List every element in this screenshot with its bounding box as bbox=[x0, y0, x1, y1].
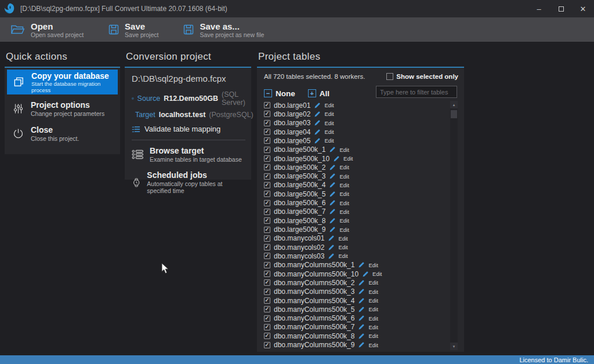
table-checkbox[interactable]: ✓ bbox=[264, 262, 270, 268]
edit-pencil-icon[interactable] bbox=[358, 323, 365, 330]
scheduled-jobs-button[interactable]: Scheduled jobs Automatically copy tables… bbox=[132, 170, 245, 194]
edit-pencil-icon[interactable] bbox=[333, 155, 340, 162]
scrollbar-up-icon[interactable]: ▲ bbox=[450, 101, 458, 108]
edit-pencil-icon[interactable] bbox=[329, 173, 336, 180]
minimize-icon[interactable]: – bbox=[528, 0, 550, 17]
edit-pencil-icon[interactable] bbox=[329, 181, 336, 188]
close-project-button[interactable]: Close Close this project. bbox=[7, 119, 118, 144]
scrollbar-down-icon[interactable]: ▼ bbox=[450, 343, 458, 350]
edit-pencil-icon[interactable] bbox=[328, 235, 335, 242]
table-checkbox[interactable]: ✓ bbox=[264, 244, 270, 250]
edit-link-label[interactable]: Edit bbox=[324, 111, 334, 117]
edit-pencil-icon[interactable] bbox=[358, 306, 365, 313]
edit-link-label[interactable]: Edit bbox=[339, 173, 349, 180]
edit-link-label[interactable]: Edit bbox=[324, 129, 334, 135]
table-checkbox[interactable]: ✓ bbox=[264, 200, 270, 206]
select-all-button[interactable]: + All bbox=[308, 89, 329, 98]
edit-pencil-icon[interactable] bbox=[314, 119, 321, 126]
filter-tables-input[interactable] bbox=[376, 86, 457, 98]
table-checkbox[interactable]: ✓ bbox=[264, 297, 270, 304]
edit-pencil-icon[interactable] bbox=[358, 333, 365, 340]
table-checkbox[interactable]: ✓ bbox=[264, 217, 270, 224]
table-checkbox[interactable]: ✓ bbox=[264, 120, 270, 126]
edit-pencil-icon[interactable] bbox=[328, 244, 335, 251]
edit-link-label[interactable]: Edit bbox=[338, 244, 347, 250]
edit-link-label[interactable]: Edit bbox=[324, 102, 334, 108]
edit-link-label[interactable]: Edit bbox=[339, 200, 349, 206]
select-none-button[interactable]: − None bbox=[264, 89, 295, 98]
table-checkbox[interactable]: ✓ bbox=[264, 191, 270, 197]
edit-pencil-icon[interactable] bbox=[358, 297, 365, 304]
table-checkbox[interactable]: ✓ bbox=[264, 253, 270, 259]
edit-link-label[interactable]: Edit bbox=[324, 137, 334, 144]
edit-link-label[interactable]: Edit bbox=[372, 271, 382, 277]
edit-link-label[interactable]: Edit bbox=[339, 164, 349, 170]
table-checkbox[interactable]: ✓ bbox=[264, 306, 270, 312]
edit-link-label[interactable]: Edit bbox=[368, 279, 378, 286]
table-checkbox[interactable]: ✓ bbox=[264, 271, 270, 277]
edit-link-label[interactable]: Edit bbox=[339, 147, 349, 153]
edit-link-label[interactable]: Edit bbox=[368, 315, 378, 322]
show-selected-checkbox[interactable]: Show selected only bbox=[386, 73, 458, 80]
table-checkbox[interactable]: ✓ bbox=[264, 111, 270, 117]
copy-database-button[interactable]: Copy your database Start the database mi… bbox=[7, 70, 118, 94]
edit-link-label[interactable]: Edit bbox=[368, 262, 378, 268]
edit-pencil-icon[interactable] bbox=[328, 253, 335, 260]
validate-table-mapping-button[interactable]: Validate table mapping bbox=[132, 125, 245, 133]
edit-pencil-icon[interactable] bbox=[329, 226, 336, 233]
edit-pencil-icon[interactable] bbox=[362, 271, 369, 278]
table-checkbox[interactable]: ✓ bbox=[264, 209, 270, 215]
edit-pencil-icon[interactable] bbox=[314, 129, 321, 136]
edit-pencil-icon[interactable] bbox=[358, 341, 365, 348]
project-options-button[interactable]: Project options Change project parameter… bbox=[7, 94, 118, 119]
table-checkbox[interactable]: ✓ bbox=[264, 155, 270, 162]
edit-pencil-icon[interactable] bbox=[358, 279, 365, 286]
open-button[interactable]: Open Open saved project bbox=[7, 20, 87, 39]
edit-link-label[interactable]: Edit bbox=[343, 155, 353, 162]
table-checkbox[interactable]: ✓ bbox=[264, 235, 270, 242]
table-checkbox[interactable]: ✓ bbox=[264, 333, 270, 339]
table-checkbox[interactable]: ✓ bbox=[264, 289, 270, 295]
edit-link-label[interactable]: Edit bbox=[368, 306, 378, 312]
edit-link-label[interactable]: Edit bbox=[368, 342, 378, 348]
table-checkbox[interactable]: ✓ bbox=[264, 279, 270, 286]
edit-link-label[interactable]: Edit bbox=[338, 253, 347, 259]
edit-pencil-icon[interactable] bbox=[329, 199, 336, 206]
scrollbar-thumb[interactable] bbox=[451, 110, 457, 118]
table-checkbox[interactable]: ✓ bbox=[264, 324, 270, 330]
source-row[interactable]: Source R12.Demo50GB (SQL Server) bbox=[132, 90, 245, 107]
edit-pencil-icon[interactable] bbox=[329, 164, 336, 171]
edit-link-label[interactable]: Edit bbox=[339, 209, 349, 215]
close-icon[interactable]: ✕ bbox=[572, 0, 594, 17]
edit-pencil-icon[interactable] bbox=[329, 208, 336, 215]
edit-link-label[interactable]: Edit bbox=[368, 297, 378, 304]
table-checkbox[interactable]: ✓ bbox=[264, 129, 270, 135]
browse-target-button[interactable]: Browse target Examine tables in target d… bbox=[132, 146, 245, 163]
edit-link-label[interactable]: Edit bbox=[324, 120, 334, 126]
edit-pencil-icon[interactable] bbox=[358, 315, 365, 322]
edit-link-label[interactable]: Edit bbox=[339, 217, 349, 224]
edit-pencil-icon[interactable] bbox=[329, 191, 336, 198]
edit-pencil-icon[interactable] bbox=[329, 217, 336, 224]
table-checkbox[interactable]: ✓ bbox=[264, 137, 270, 144]
edit-pencil-icon[interactable] bbox=[329, 146, 336, 153]
save-button[interactable]: Save Save project bbox=[104, 20, 162, 39]
edit-pencil-icon[interactable] bbox=[314, 111, 321, 118]
table-checkbox[interactable]: ✓ bbox=[264, 102, 270, 108]
edit-link-label[interactable]: Edit bbox=[368, 324, 378, 330]
edit-link-label[interactable]: Edit bbox=[368, 333, 378, 339]
edit-pencil-icon[interactable] bbox=[358, 261, 365, 268]
edit-link-label[interactable]: Edit bbox=[339, 191, 349, 197]
edit-pencil-icon[interactable] bbox=[314, 102, 321, 109]
table-checkbox[interactable]: ✓ bbox=[264, 182, 270, 188]
table-checkbox[interactable]: ✓ bbox=[264, 173, 270, 180]
target-row[interactable]: Target localhost.test (PostgreSQL) bbox=[132, 111, 245, 119]
table-checkbox[interactable]: ✓ bbox=[264, 315, 270, 322]
save-as-button[interactable]: Save as... Save project as new file bbox=[179, 20, 267, 39]
edit-pencil-icon[interactable] bbox=[358, 288, 365, 295]
table-checkbox[interactable]: ✓ bbox=[264, 342, 270, 348]
table-checkbox[interactable]: ✓ bbox=[264, 147, 270, 153]
scrollbar-track[interactable]: ▲ ▼ bbox=[450, 101, 458, 350]
table-checkbox[interactable]: ✓ bbox=[264, 164, 270, 170]
maximize-icon[interactable] bbox=[550, 0, 572, 17]
